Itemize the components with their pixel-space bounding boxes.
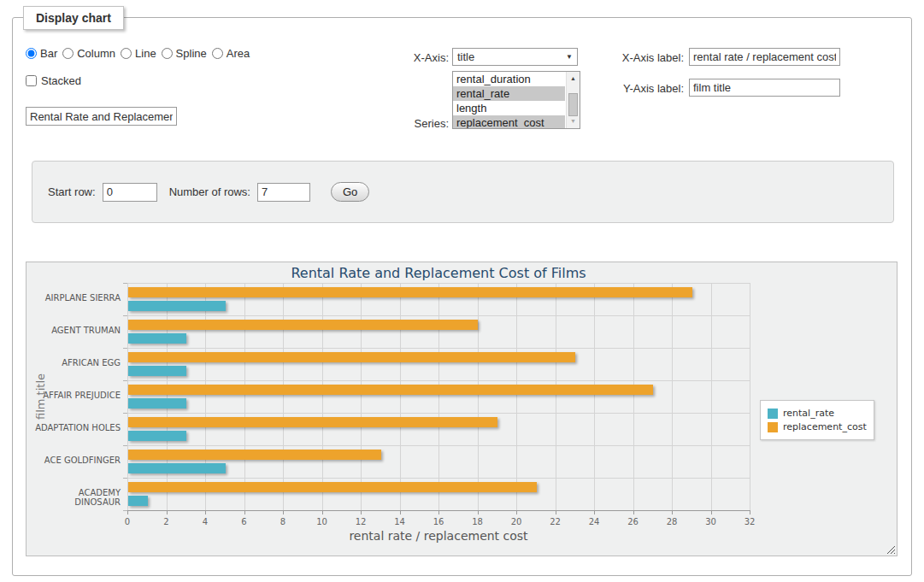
chart-type-option-bar: Bar <box>26 47 57 60</box>
go-button[interactable]: Go <box>331 182 369 202</box>
x-axis-tick-label: 26 <box>621 517 646 526</box>
series-select-label: Series: <box>400 117 449 130</box>
category-separator <box>127 283 750 284</box>
series-scrollbar[interactable]: ▲ ▼ <box>566 72 580 128</box>
chart-type-radio-label: Area <box>227 47 250 60</box>
x-axis-tick <box>127 511 128 514</box>
category-separator <box>127 315 750 316</box>
chart-type-radio-spline[interactable] <box>162 48 173 59</box>
x-axis-tick <box>400 511 401 514</box>
chart-type-radio-label: Column <box>77 47 115 60</box>
x-axis-tick <box>205 511 206 514</box>
x-axis-label-label: X-Axis label: <box>614 51 684 64</box>
x-axis-tick <box>167 511 168 514</box>
x-axis-tick <box>750 511 750 514</box>
chart-title: Rental Rate and Replacement Cost of Film… <box>127 265 750 281</box>
chart-title-input[interactable] <box>26 107 177 126</box>
gridline <box>361 283 362 510</box>
chart-type-option-area: Area <box>212 47 250 60</box>
chart-type-radio-label: Line <box>135 47 156 60</box>
x-axis-tick-label: 18 <box>465 517 491 526</box>
x-axis-tick-label: 32 <box>737 517 762 526</box>
x-axis-tick <box>283 511 284 514</box>
x-axis-tick-label: 2 <box>154 517 180 526</box>
y-axis-title: film title <box>32 283 47 510</box>
legend-swatch <box>768 422 778 432</box>
x-axis-tick <box>633 511 634 514</box>
series-options: rental_durationrental_ratelengthreplacem… <box>453 72 565 128</box>
chart-type-radio-line[interactable] <box>121 48 132 59</box>
gridline <box>633 283 634 510</box>
y-axis-label-input[interactable] <box>689 79 840 97</box>
bar-rental_rate <box>128 366 186 376</box>
y-axis-tick <box>123 283 127 284</box>
series-option-replacement_cost[interactable]: replacement_cost <box>453 115 565 128</box>
x-axis-tick-label: 28 <box>659 517 685 526</box>
x-axis-tick <box>438 511 439 514</box>
x-axis-tick <box>556 511 556 514</box>
gridline <box>711 283 712 510</box>
bar-replacement_cost <box>128 287 692 297</box>
x-axis-tick-label: 20 <box>503 517 529 526</box>
gridline <box>283 283 284 510</box>
scroll-up-icon[interactable]: ▲ <box>567 73 580 85</box>
scroll-down-icon[interactable]: ▼ <box>567 115 580 127</box>
category-separator <box>127 413 750 414</box>
bar-rental_rate <box>128 301 226 311</box>
fieldset-legend: Display chart <box>23 6 124 30</box>
gridline <box>127 283 128 510</box>
y-axis-tick <box>123 380 127 381</box>
gridline <box>516 283 517 510</box>
x-axis-tick-label: 16 <box>426 517 451 526</box>
y-axis-label-label: Y-Axis label: <box>614 82 684 95</box>
chart-legend: rental_ratereplacement_cost <box>760 400 874 440</box>
x-axis-tick <box>516 511 517 514</box>
x-axis-selected-value: title <box>457 50 566 63</box>
gridline <box>478 283 479 510</box>
start-row-input[interactable] <box>103 183 157 202</box>
category-separator <box>127 445 750 446</box>
x-axis-tick-label: 0 <box>115 517 140 526</box>
row-range-panel: Start row: Number of rows: Go <box>32 161 894 223</box>
bar-replacement_cost <box>128 385 653 395</box>
x-axis-select[interactable]: title ▼ <box>452 48 578 66</box>
x-axis-tick <box>594 511 595 514</box>
chart-type-radio-label: Bar <box>40 47 57 60</box>
series-multiselect[interactable]: rental_durationrental_ratelengthreplacem… <box>452 71 580 129</box>
bar-replacement_cost <box>128 417 497 427</box>
start-row-label: Start row: <box>48 185 96 198</box>
gridline <box>322 283 323 510</box>
series-option-length[interactable]: length <box>453 101 565 115</box>
x-axis-tick-label: 10 <box>309 517 335 526</box>
x-axis-tick-label: 24 <box>581 517 607 526</box>
series-option-rental_duration[interactable]: rental_duration <box>453 72 565 86</box>
bar-replacement_cost <box>128 482 537 492</box>
legend-item-replacement_cost[interactable]: replacement_cost <box>768 421 867 432</box>
gridline <box>167 283 168 510</box>
y-axis-tick <box>123 413 127 414</box>
resize-handle-icon[interactable] <box>886 545 895 554</box>
category-separator <box>127 478 750 479</box>
legend-item-rental_rate[interactable]: rental_rate <box>768 408 867 419</box>
chart-type-option-spline: Spline <box>162 47 207 60</box>
bar-replacement_cost <box>128 320 478 330</box>
chart-type-radio-area[interactable] <box>212 48 223 59</box>
bar-rental_rate <box>128 496 148 506</box>
stacked-checkbox[interactable] <box>26 75 37 86</box>
chart-type-radio-bar[interactable] <box>26 48 37 59</box>
page: Display chart BarColumnLineSplineArea St… <box>0 0 924 582</box>
gridline <box>750 283 750 510</box>
x-axis-tick-label: 30 <box>698 517 724 526</box>
category-separator <box>127 380 750 381</box>
num-rows-input[interactable] <box>257 183 310 202</box>
x-axis-tick-label: 8 <box>270 517 296 526</box>
x-axis-tick <box>672 511 673 514</box>
series-option-rental_rate[interactable]: rental_rate <box>453 86 565 101</box>
chevron-down-icon: ▼ <box>566 53 573 61</box>
chart-type-radio-column[interactable] <box>62 48 74 59</box>
x-axis-tick <box>478 511 479 514</box>
chart-container: Rental Rate and Replacement Cost of Film… <box>26 262 898 556</box>
stacked-row: Stacked <box>26 74 81 87</box>
x-axis-label-input[interactable] <box>689 48 840 66</box>
scrollbar-thumb[interactable] <box>568 93 578 116</box>
